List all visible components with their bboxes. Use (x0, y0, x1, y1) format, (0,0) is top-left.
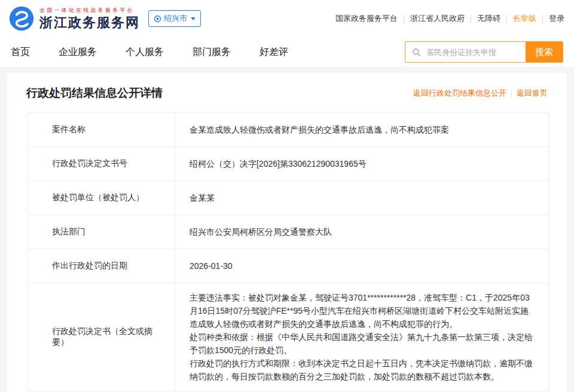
search-icon (412, 48, 421, 57)
logo-text: 全国一体化在线政务服务平台 浙江政务服务网 (39, 7, 140, 30)
link-login[interactable]: 登录 (549, 13, 564, 24)
divider (542, 15, 543, 23)
nav-item-personal-services[interactable]: 个人服务 (126, 46, 164, 59)
row-value-punished-party: 金某某 (175, 181, 549, 215)
link-provincial-gov[interactable]: 浙江省人民政府 (410, 13, 465, 24)
nav-item-enterprise-services[interactable]: 企业服务 (59, 46, 97, 59)
back-links: 返回行政处罚结果信息公开 返回首页 (413, 88, 548, 99)
table-row: 行政处罚决定书（全文或摘要） 主要违法事实：被处罚对象金某，驾驶证号3701**… (28, 283, 549, 391)
nav-item-home[interactable]: 首页 (11, 46, 30, 59)
site-header: 全国一体化在线政务服务平台 浙江政务服务网 绍兴市 国家政务服务平台 浙江省人民… (0, 0, 574, 37)
site-logo-icon (8, 5, 35, 32)
chevron-down-icon (191, 17, 196, 20)
search-box: 搜索 (405, 41, 563, 63)
row-value-decision-summary: 主要违法事实：被处罚对象金某，驾驶证号3701************28，准驾… (175, 283, 549, 391)
search-button[interactable]: 搜索 (526, 41, 563, 63)
divider (506, 15, 507, 23)
back-to-list-link[interactable]: 返回行政处罚结果信息公开 (413, 88, 506, 99)
table-row: 作出行政处罚的日期 2026-01-30 (28, 249, 549, 283)
table-row: 被处罚单位（被处罚人） 金某某 (28, 181, 549, 215)
city-name: 绍兴市 (164, 13, 187, 24)
main-nav: 首页 企业服务 个人服务 部门服务 好差评 搜索 (0, 37, 574, 67)
divider (471, 15, 471, 23)
row-label-decision-summary: 行政处罚决定书（全文或摘要） (28, 283, 175, 391)
row-value-document-number: 绍柯公（交）决字[2026]第330621290031965号 (175, 147, 549, 181)
site-logo: 全国一体化在线政务服务平台 浙江政务服务网 (8, 5, 140, 32)
nav-item-rating[interactable]: 好差评 (259, 46, 288, 59)
platform-tagline: 全国一体化在线政务服务平台 (39, 7, 140, 14)
row-value-case-name: 金某造成致人轻微伤或者财产损失的交通事故后逃逸，尚不构成犯罪案 (175, 113, 549, 147)
site-name: 浙江政务服务网 (39, 16, 140, 30)
page-head: 行政处罚结果信息公开详情 返回行政处罚结果信息公开 返回首页 (24, 86, 550, 100)
row-label-document-number: 行政处罚决定文书号 (28, 147, 175, 181)
nav-item-department-services[interactable]: 部门服务 (193, 46, 231, 59)
row-value-penalty-date: 2026-01-30 (175, 249, 549, 283)
header-links: 国家政务服务平台 浙江省人民政府 无障碍 长辈版 登录 (335, 13, 564, 24)
divider (511, 90, 512, 97)
page-title: 行政处罚结果信息公开详情 (26, 86, 163, 100)
city-selector[interactable]: 绍兴市 (148, 10, 201, 27)
table-row: 执法部门 绍兴市公安局柯桥区分局交通警察大队 (28, 215, 549, 249)
link-national-platform[interactable]: 国家政务服务平台 (335, 13, 398, 24)
row-label-penalty-date: 作出行政处罚的日期 (28, 249, 175, 283)
link-elder-version[interactable]: 长辈版 (513, 13, 536, 24)
row-value-enforcement-department: 绍兴市公安局柯桥区分局交通警察大队 (175, 215, 549, 249)
back-home-link[interactable]: 返回首页 (517, 88, 548, 99)
detail-table: 案件名称 金某造成致人轻微伤或者财产损失的交通事故后逃逸，尚不构成犯罪案 行政处… (28, 112, 549, 391)
table-row: 案件名称 金某造成致人轻微伤或者财产损失的交通事故后逃逸，尚不构成犯罪案 (28, 113, 549, 147)
link-accessibility[interactable]: 无障碍 (477, 13, 500, 24)
row-label-enforcement-department: 执法部门 (28, 215, 175, 249)
row-label-punished-party: 被处罚单位（被处罚人） (28, 181, 175, 215)
content-area: 行政处罚结果信息公开详情 返回行政处罚结果信息公开 返回首页 案件名称 金某造成… (0, 67, 574, 392)
search-input[interactable] (425, 42, 526, 62)
location-icon (154, 15, 161, 23)
table-row: 行政处罚决定文书号 绍柯公（交）决字[2026]第330621290031965… (28, 147, 549, 181)
row-label-case-name: 案件名称 (28, 113, 175, 147)
detail-card: 行政处罚结果信息公开详情 返回行政处罚结果信息公开 返回首页 案件名称 金某造成… (7, 73, 567, 392)
divider (404, 15, 404, 23)
